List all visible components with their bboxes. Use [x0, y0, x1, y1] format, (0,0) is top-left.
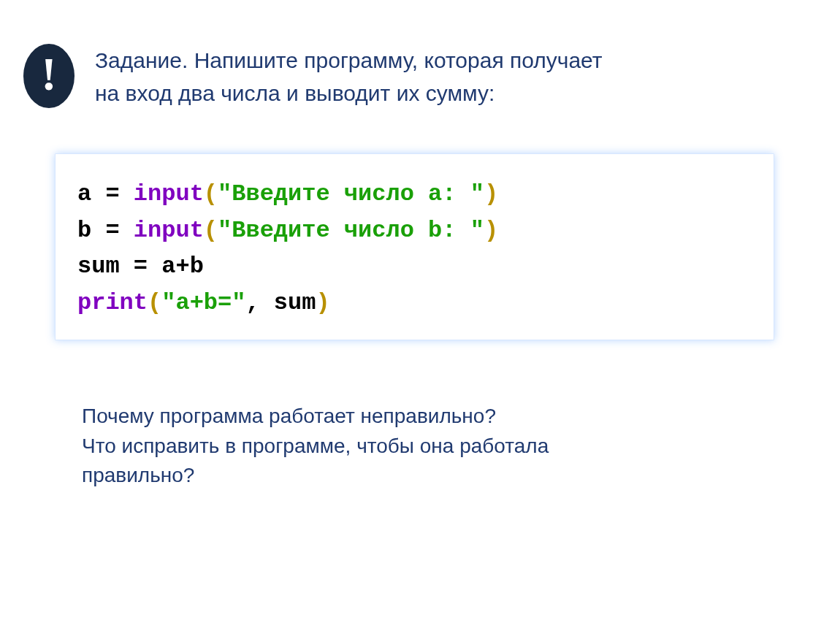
code-l1-fn: input	[134, 180, 204, 207]
task-text: Задание. Напишите программу, которая пол…	[95, 44, 603, 110]
code-l2-a: b =	[77, 217, 134, 244]
code-l1-s: "Введите число a: "	[218, 180, 484, 207]
code-l4-fn: print	[77, 289, 148, 316]
question-2a: Что исправить в программе, чтобы она раб…	[82, 435, 549, 457]
code-l1-a: a =	[77, 180, 134, 207]
code-l2-p1: (	[204, 217, 218, 244]
header-row: ! Задание. Напишите программу, которая п…	[23, 44, 603, 110]
code-l2-s: "Введите число b: "	[218, 217, 484, 244]
questions-block: Почему программа работает неправильно? Ч…	[82, 402, 549, 491]
question-1: Почему программа работает неправильно?	[82, 405, 496, 427]
code-l2-p2: )	[484, 217, 498, 244]
code-l1-p1: (	[204, 180, 218, 207]
code-l4-p1: (	[148, 289, 161, 316]
code-l4-s: "a+b="	[161, 289, 245, 316]
exclamation-icon: !	[41, 51, 56, 98]
question-2b: правильно?	[82, 464, 194, 486]
exclamation-badge: !	[23, 44, 75, 108]
code-l1-p2: )	[484, 180, 498, 207]
slide: ! Задание. Напишите программу, которая п…	[0, 0, 840, 631]
code-l2-fn: input	[134, 217, 204, 244]
code-l4-c: , sum	[245, 289, 316, 316]
task-line1: Задание. Напишите программу, которая пол…	[95, 48, 603, 72]
task-line2: на вход два числа и выводит их сумму:	[95, 81, 495, 105]
code-l3-a: sum = a+b	[77, 253, 204, 280]
code-box: a = input("Введите число a: ") b = input…	[55, 153, 774, 340]
code-l4-p2: )	[316, 289, 329, 316]
